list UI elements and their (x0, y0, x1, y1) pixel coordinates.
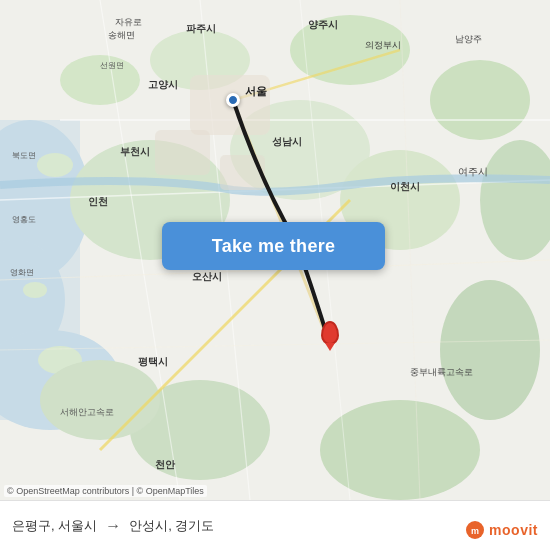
destination-marker (321, 321, 339, 345)
svg-rect-22 (220, 155, 265, 190)
svg-text:이천시: 이천시 (390, 181, 420, 192)
svg-text:남양주: 남양주 (455, 34, 482, 44)
svg-text:m: m (471, 526, 479, 536)
moovit-brand-name: moovit (489, 522, 538, 538)
svg-rect-21 (155, 130, 210, 175)
map-attribution: © OpenStreetMap contributors | © OpenMap… (4, 485, 207, 497)
svg-text:고양시: 고양시 (148, 79, 178, 90)
svg-point-11 (430, 60, 530, 140)
svg-text:자유로: 자유로 (115, 17, 142, 27)
svg-text:부천시: 부천시 (120, 146, 150, 157)
svg-point-16 (40, 360, 160, 440)
svg-text:여주시: 여주시 (458, 166, 488, 177)
footer-destination: 안성시, 경기도 (129, 517, 214, 535)
svg-text:양주시: 양주시 (308, 19, 338, 30)
svg-text:평택시: 평택시 (138, 356, 168, 367)
origin-marker (226, 93, 240, 107)
svg-text:영홍도: 영홍도 (12, 215, 36, 224)
svg-text:서해안고속로: 서해안고속로 (60, 407, 114, 417)
svg-text:의정부시: 의정부시 (365, 40, 401, 50)
svg-text:인천: 인천 (88, 196, 108, 207)
footer-arrow-icon: → (105, 517, 121, 535)
svg-text:천안: 천안 (155, 459, 176, 470)
svg-text:북도면: 북도면 (12, 151, 36, 160)
moovit-logo: m moovit (465, 520, 538, 540)
svg-point-13 (440, 280, 540, 420)
svg-text:영화면: 영화면 (10, 268, 34, 277)
svg-point-6 (23, 282, 47, 298)
svg-text:서울: 서울 (245, 85, 267, 97)
map-container: 송해면 파주시 양주시 의정부시 남양주 선원면 고양시 자유로 서울 북도면 … (0, 0, 550, 500)
svg-point-14 (320, 400, 480, 500)
footer-bar: 은평구, 서울시 → 안성시, 경기도 m moovit (0, 500, 550, 550)
svg-text:송해면: 송해면 (108, 30, 135, 40)
moovit-logo-icon: m (465, 520, 485, 540)
svg-text:성남시: 성남시 (272, 136, 302, 147)
footer-origin: 은평구, 서울시 (12, 517, 97, 535)
svg-text:중부내륙고속로: 중부내륙고속로 (410, 367, 473, 377)
svg-text:선원면: 선원면 (100, 61, 124, 70)
svg-point-5 (37, 153, 73, 177)
svg-text:오산시: 오산시 (192, 271, 222, 282)
svg-text:파주시: 파주시 (186, 23, 216, 34)
take-me-there-button[interactable]: Take me there (162, 222, 385, 270)
